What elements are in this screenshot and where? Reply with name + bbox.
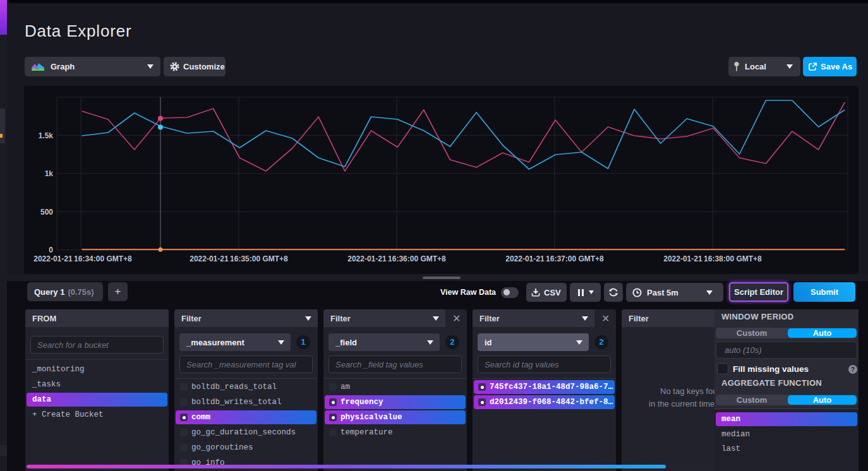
svg-text:500: 500 (40, 208, 53, 217)
svg-text:0: 0 (49, 246, 53, 254)
svg-text:2022-01-21 16:35:00 GMT+8: 2022-01-21 16:35:00 GMT+8 (190, 254, 288, 263)
svg-text:1.5k: 1.5k (39, 131, 54, 140)
svg-text:2022-01-21 16:38:00 GMT+8: 2022-01-21 16:38:00 GMT+8 (663, 254, 762, 263)
svg-text:2022-01-21 16:34:00 GMT+8: 2022-01-21 16:34:00 GMT+8 (33, 254, 132, 263)
svg-text:2022-01-21 16:37:00 GMT+8: 2022-01-21 16:37:00 GMT+8 (505, 254, 604, 263)
svg-text:1k: 1k (45, 169, 54, 178)
svg-text:2022-01-21 16:36:00 GMT+8: 2022-01-21 16:36:00 GMT+8 (347, 254, 446, 263)
